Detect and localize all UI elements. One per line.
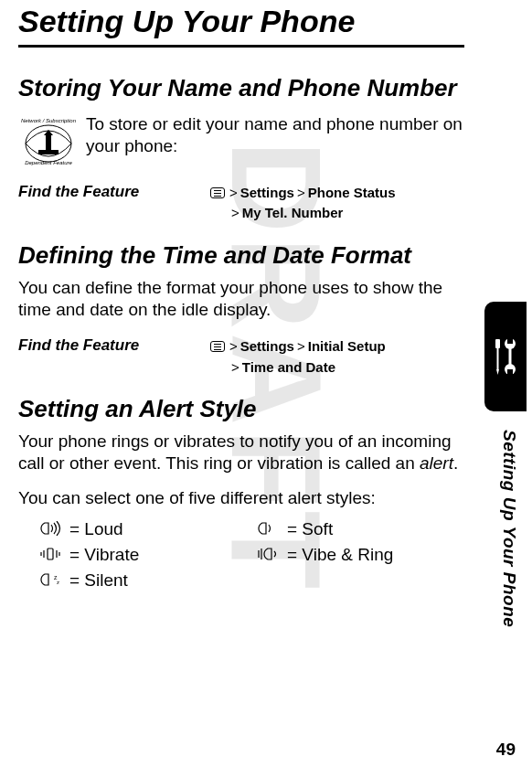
bell-soft-icon xyxy=(256,521,280,538)
side-running-title: Setting Up Your Phone xyxy=(499,430,519,627)
menu-key-icon xyxy=(210,341,225,352)
silent-icon: zz xyxy=(38,572,62,590)
svg-text:z: z xyxy=(57,580,59,585)
page-number: 49 xyxy=(496,740,516,760)
page-title: Setting Up Your Phone xyxy=(18,0,464,48)
alert-styles-table: = Loud = Soft = Vibrate = Vibe & Ring xyxy=(38,519,464,591)
wrench-screwdriver-icon xyxy=(492,337,519,376)
find-feature-row-2: Find the Feature >Settings>Initial Setup… xyxy=(18,336,464,378)
svg-rect-0 xyxy=(495,339,500,348)
section-storing-heading: Storing Your Name and Phone Number xyxy=(18,75,464,102)
bell-loud-icon xyxy=(38,521,62,538)
svg-text:Dependent  Feature: Dependent Feature xyxy=(25,160,72,165)
find-feature-row-1: Find the Feature >Settings>Phone Status … xyxy=(18,183,464,224)
svg-rect-5 xyxy=(509,347,512,366)
vibe-and-ring-icon xyxy=(256,547,280,564)
alert-soft: = Soft xyxy=(256,519,457,539)
side-tab-icon xyxy=(484,302,527,411)
vibrate-icon xyxy=(38,547,62,564)
section-timeformat-body: You can define the format your phone use… xyxy=(18,277,464,321)
find-feature-label: Find the Feature xyxy=(18,336,210,355)
svg-rect-4 xyxy=(507,337,513,344)
svg-marker-2 xyxy=(496,369,499,375)
alert-silent: zz = Silent xyxy=(38,570,239,591)
svg-rect-13 xyxy=(38,150,59,154)
section-alert-body2: You can select one of five different ale… xyxy=(18,487,464,509)
find-feature-path-1: >Settings>Phone Status >My Tel. Number xyxy=(210,183,396,224)
svg-rect-1 xyxy=(497,347,499,369)
section-alert-body1: Your phone rings or vibrates to notify y… xyxy=(18,431,464,474)
svg-rect-7 xyxy=(507,369,513,376)
find-feature-path-2: >Settings>Initial Setup >Time and Date xyxy=(210,336,386,378)
section-alert-heading: Setting an Alert Style xyxy=(18,396,464,423)
find-feature-label: Find the Feature xyxy=(18,183,210,201)
alert-loud: = Loud xyxy=(38,519,239,539)
alert-vibe-ring: = Vibe & Ring xyxy=(256,545,457,565)
network-dependent-feature-icon: Network / Subscription Dependent Feature xyxy=(18,113,79,166)
section-timeformat-heading: Defining the Time and Date Format xyxy=(18,242,464,270)
svg-text:Network / Subscription: Network / Subscription xyxy=(21,118,77,123)
menu-key-icon xyxy=(210,187,225,198)
alert-vibrate: = Vibrate xyxy=(38,545,239,565)
svg-rect-12 xyxy=(46,135,51,150)
svg-rect-14 xyxy=(48,549,53,559)
section-storing-intro: To store or edit your name and phone num… xyxy=(86,113,464,157)
